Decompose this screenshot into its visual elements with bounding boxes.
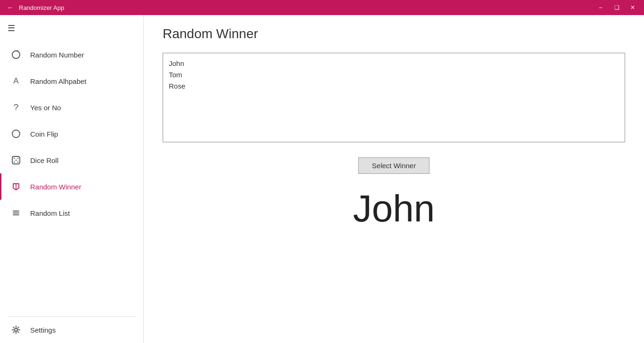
random-winner-icon <box>9 180 23 193</box>
main-content: Random Winner Select Winner John <box>144 15 644 343</box>
dice-roll-icon <box>9 154 23 167</box>
sidebar-header: ☰ <box>0 15 143 41</box>
svg-point-6 <box>17 162 19 163</box>
settings-icon <box>9 323 23 336</box>
coin-flip-icon <box>9 127 23 140</box>
sidebar-item-random-list[interactable]: Random List <box>0 200 143 226</box>
names-textarea[interactable] <box>163 53 625 142</box>
maximize-button[interactable]: ❑ <box>609 1 624 14</box>
back-button[interactable]: ← <box>4 1 17 14</box>
sidebar: ☰ Random Number A Random Alhpabet ? Yes … <box>0 15 144 343</box>
title-bar: ← Randomizer App – ❑ ✕ <box>0 0 644 15</box>
sidebar-item-random-winner[interactable]: Random Winner <box>0 173 143 200</box>
close-button[interactable]: ✕ <box>625 1 640 14</box>
sidebar-label-settings: Settings <box>30 326 56 334</box>
sidebar-label-random-list: Random List <box>30 209 70 217</box>
back-icon: ← <box>7 4 14 11</box>
sidebar-label-random-alphabet: Random Alhpabet <box>30 77 86 85</box>
sidebar-item-settings[interactable]: Settings <box>0 317 143 343</box>
svg-point-3 <box>14 158 15 159</box>
yes-or-no-icon: ? <box>9 101 23 114</box>
window-controls: – ❑ ✕ <box>593 1 640 14</box>
sidebar-label-dice-roll: Dice Roll <box>30 156 58 164</box>
sidebar-label-random-winner: Random Winner <box>30 183 81 191</box>
sidebar-item-dice-roll[interactable]: Dice Roll <box>0 147 143 173</box>
sidebar-item-random-alphabet[interactable]: A Random Alhpabet <box>0 68 143 94</box>
svg-point-5 <box>14 162 15 163</box>
random-alphabet-icon: A <box>9 74 23 88</box>
sidebar-item-coin-flip[interactable]: Coin Flip <box>0 121 143 147</box>
sidebar-label-random-number: Random Number <box>30 51 84 59</box>
svg-point-1 <box>12 130 20 138</box>
svg-point-4 <box>17 158 19 159</box>
page-title: Random Winner <box>163 26 625 41</box>
svg-point-12 <box>15 328 17 331</box>
random-list-icon <box>9 206 23 220</box>
select-winner-button[interactable]: Select Winner <box>358 157 429 174</box>
winner-display: John <box>163 187 625 230</box>
app-title: Randomizer App <box>19 4 593 11</box>
sidebar-item-random-number[interactable]: Random Number <box>0 41 143 68</box>
app-body: ☰ Random Number A Random Alhpabet ? Yes … <box>0 15 644 343</box>
sidebar-label-yes-or-no: Yes or No <box>30 104 61 112</box>
minimize-button[interactable]: – <box>593 1 608 14</box>
hamburger-icon[interactable]: ☰ <box>8 23 15 33</box>
random-number-icon <box>9 48 23 61</box>
sidebar-label-coin-flip: Coin Flip <box>30 130 58 138</box>
sidebar-item-yes-or-no[interactable]: ? Yes or No <box>0 94 143 121</box>
svg-point-7 <box>16 160 17 161</box>
